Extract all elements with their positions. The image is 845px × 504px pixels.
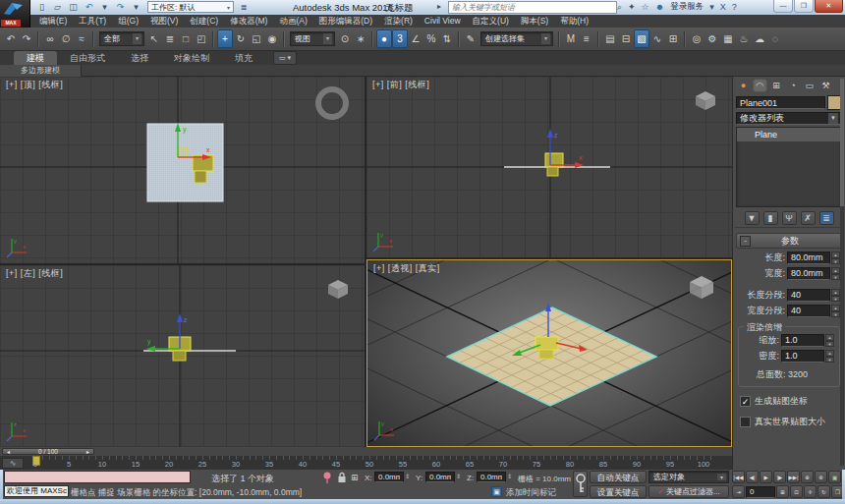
redo-flyout[interactable]: ▾ — [130, 1, 142, 14]
use-pivot-center-icon[interactable]: ⊙ — [337, 29, 353, 48]
pan-view-button[interactable]: ✛ — [804, 485, 817, 498]
current-frame-field[interactable] — [746, 486, 775, 498]
spin-down-icon[interactable]: ▼ — [831, 274, 840, 281]
make-unique-icon[interactable]: Ψ — [782, 211, 797, 225]
menu-item-11[interactable]: 自定义(U) — [467, 15, 515, 28]
density-spinner[interactable]: ▲▼ — [825, 350, 834, 363]
remove-modifier-icon[interactable]: ✗ — [801, 211, 816, 225]
spinner-snap-icon[interactable]: ⇅ — [439, 29, 455, 48]
viewcube-perspective-icon[interactable] — [686, 272, 717, 302]
orbit-button[interactable]: ↻ — [817, 485, 830, 498]
menu-item-9[interactable]: 渲染(R) — [378, 15, 419, 28]
qat-overflow-icon[interactable]: ≣ — [238, 2, 250, 13]
exchange-apps-icon[interactable]: X — [720, 2, 726, 12]
previous-frame-button[interactable]: ◀| — [746, 471, 759, 483]
menu-item-10[interactable]: Civil View — [419, 15, 467, 28]
motion-tab-icon[interactable]: ◔ — [785, 79, 800, 92]
layer-manager-icon[interactable]: ▤ — [602, 29, 618, 48]
undo-icon[interactable]: ↶ — [3, 29, 19, 48]
pin-stack-icon[interactable]: ▼ — [745, 211, 760, 225]
scale-field[interactable]: 1.0 — [781, 334, 824, 347]
display-tab-icon[interactable]: ▭ — [802, 79, 817, 92]
spin-down-icon[interactable]: ▼ — [831, 258, 840, 265]
panel-scrollbar[interactable] — [840, 79, 844, 466]
set-keys-button[interactable] — [573, 471, 588, 497]
width-spinner[interactable]: ▲▼ — [831, 267, 840, 280]
absolute-offset-toggle-icon[interactable]: ⊞ — [351, 473, 359, 482]
redo-icon[interactable]: ↷ — [19, 29, 34, 48]
time-slider-handle[interactable]: ◄ 0 / 100 ► — [2, 448, 94, 455]
x-coord-field[interactable] — [374, 472, 404, 482]
3dsmax-logo[interactable]: MAX — [0, 0, 30, 28]
percent-snap-icon[interactable]: % — [423, 29, 439, 48]
next-frame-button[interactable]: |▶ — [773, 471, 786, 483]
search-flyout-icon[interactable]: ▸ — [437, 2, 441, 11]
angle-snap-icon[interactable]: ∠ — [408, 29, 423, 48]
viewcube-front-icon[interactable] — [693, 88, 718, 112]
spin-down-icon[interactable]: ▼ — [825, 341, 834, 348]
create-tab-icon[interactable]: ● — [736, 79, 751, 92]
menu-item-13[interactable]: 帮助(H) — [554, 15, 594, 28]
zoom-button[interactable]: ⊕ — [801, 471, 814, 483]
viewcube-top-icon[interactable] — [315, 86, 349, 120]
width-segs-spinner[interactable]: ▲▼ — [831, 305, 840, 317]
scale-spinner[interactable]: ▲▼ — [825, 334, 834, 347]
track-bar[interactable]: 0510152025303540455055606570758085909510… — [0, 456, 732, 470]
select-and-move-icon[interactable]: + — [217, 29, 233, 48]
search-input[interactable] — [448, 1, 617, 14]
zoom-region-button[interactable]: ⊡ — [790, 485, 803, 498]
length-field[interactable]: 80.0mm — [787, 252, 830, 264]
go-to-end-button[interactable]: ▶▶| — [787, 471, 800, 483]
modify-tab-icon[interactable]: ◠ — [753, 79, 767, 92]
menu-item-2[interactable]: 工具(T) — [73, 15, 112, 28]
parameters-rollout-header[interactable]: - 参数 — [736, 233, 842, 249]
edit-named-sets-icon[interactable]: ✎ — [463, 29, 479, 48]
z-coord-field[interactable] — [477, 472, 506, 482]
rendered-frame-icon[interactable]: ▦ — [720, 29, 736, 48]
frame-back-icon[interactable]: ◄ — [6, 449, 11, 455]
width-segs-field[interactable]: 40 — [787, 305, 830, 317]
open-file-button[interactable]: ▱ — [51, 1, 64, 14]
ribbon-tab-4[interactable]: 对象绘制 — [161, 51, 222, 65]
key-filter-selection-dropdown[interactable]: 选定对象 ▾ — [648, 471, 729, 483]
select-and-scale-icon[interactable]: ◱ — [249, 29, 264, 48]
menu-item-8[interactable]: 图形编辑器(D) — [313, 15, 378, 28]
save-button[interactable]: ◫ — [67, 1, 80, 14]
y-coord-field[interactable] — [425, 472, 455, 482]
time-configuration-button[interactable]: ⊞ — [776, 485, 789, 498]
scene-explorer-icon[interactable]: ⊟ — [618, 29, 634, 48]
menu-item-7[interactable]: 动画(A) — [273, 15, 312, 28]
show-end-result-icon[interactable]: ▮ — [763, 211, 778, 225]
ribbon-tab-2[interactable]: 自由形式 — [57, 51, 118, 65]
select-and-rotate-icon[interactable]: ↻ — [233, 29, 249, 48]
selection-region-icon[interactable]: □ — [178, 29, 194, 48]
select-object-icon[interactable]: ↖ — [146, 29, 162, 48]
communication-center-icon[interactable]: ✦ — [628, 2, 636, 13]
favorites-icon[interactable]: ☆ — [642, 2, 649, 13]
select-and-link-icon[interactable]: ∞ — [42, 29, 58, 48]
signin-label[interactable]: 登录服务 — [670, 1, 704, 13]
named-selection-sets-dropdown[interactable]: 创建选择集▾ — [480, 31, 553, 46]
viewport-top-label[interactable]: [+] [顶] [线框] — [6, 79, 63, 91]
zoom-extents-button[interactable]: ▣ — [828, 471, 841, 483]
menu-item-1[interactable]: 编辑(E) — [33, 15, 73, 28]
length-segs-spinner[interactable]: ▲▼ — [831, 289, 840, 302]
render-in-cloud-icon[interactable]: ☁ — [752, 29, 767, 48]
viewport-perspective[interactable]: [+] [透视] [真实] x y — [366, 259, 732, 447]
lock-icon[interactable] — [337, 472, 347, 483]
configure-modifier-sets-icon[interactable]: ≣ — [819, 211, 834, 225]
material-editor-icon[interactable]: ◎ — [689, 29, 704, 48]
ribbon-tab-5[interactable]: 填充 — [222, 51, 265, 65]
ribbon-tab-3[interactable]: 选择 — [118, 51, 161, 65]
frame-forward-icon[interactable]: ► — [85, 449, 90, 455]
menu-item-12[interactable]: 脚本(S) — [515, 15, 554, 28]
snaps-toggle-icon[interactable]: ● — [376, 29, 392, 48]
density-field[interactable]: 1.0 — [781, 350, 824, 363]
utilities-tab-icon[interactable]: ⚒ — [818, 79, 833, 92]
collapse-icon[interactable]: - — [740, 236, 751, 247]
selection-lock-pin-icon[interactable] — [322, 472, 332, 484]
length-spinner[interactable]: ▲▼ — [831, 252, 840, 264]
z-spinner[interactable]: ⇕ — [507, 473, 512, 479]
time-tag-icon[interactable]: ▣ — [491, 486, 502, 497]
maxscript-listener-input[interactable]: 欢迎使用 MAXSc — [4, 485, 69, 497]
